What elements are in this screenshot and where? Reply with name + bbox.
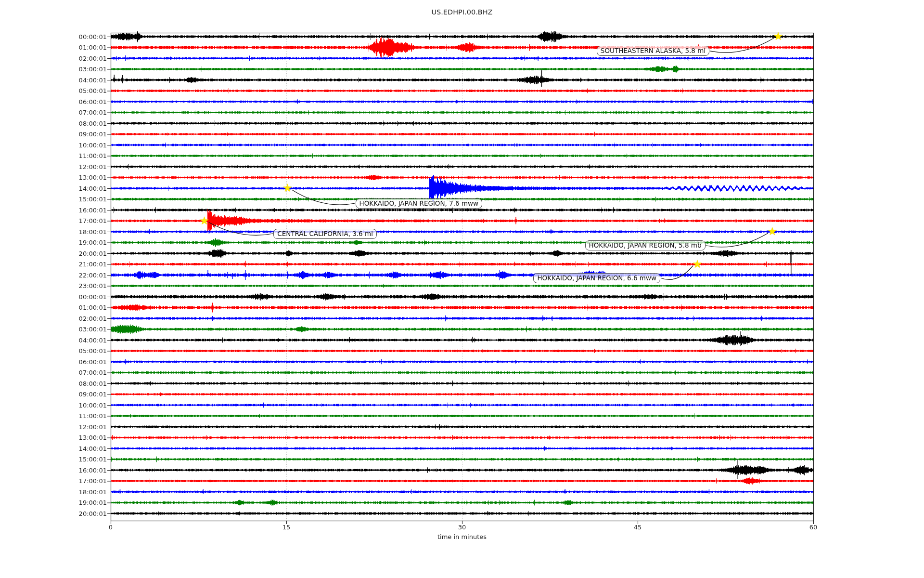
y-tick-label: 17:00:01 (0, 477, 107, 485)
y-tick-label: 06:00:01 (0, 358, 107, 366)
x-tick-label: 60 (799, 524, 828, 531)
x-tick-label: 30 (448, 524, 476, 531)
y-tick-label: 15:00:01 (0, 196, 107, 203)
y-tick-label: 02:00:01 (0, 315, 107, 322)
y-tick-label: 13:00:01 (0, 174, 107, 181)
event-annotation: HOKKAIDO, JAPAN REGION, 7.6 mww (356, 198, 483, 209)
y-tick-label: 11:00:01 (0, 412, 107, 420)
event-star-icon: ★ (282, 183, 293, 194)
y-tick-label: 09:00:01 (0, 391, 107, 398)
event-annotation: CENTRAL CALIFORNIA, 3.6 ml (273, 229, 377, 239)
y-tick-label: 01:00:01 (0, 44, 107, 51)
y-tick-label: 10:00:01 (0, 142, 107, 149)
y-tick-label: 22:00:01 (0, 272, 107, 279)
y-tick-label: 23:00:01 (0, 282, 107, 289)
y-tick-label: 03:00:01 (0, 66, 107, 73)
event-star-icon: ★ (773, 31, 783, 42)
y-tick-label: 07:00:01 (0, 369, 107, 376)
y-tick-label: 16:00:01 (0, 467, 107, 474)
y-tick-label: 21:00:01 (0, 261, 107, 268)
y-tick-label: 14:00:01 (0, 445, 107, 452)
event-star-icon: ★ (199, 215, 209, 226)
y-tick-label: 06:00:01 (0, 98, 107, 105)
plot-area (0, 0, 924, 578)
y-tick-label: 01:00:01 (0, 304, 107, 311)
x-tick-label: 15 (272, 524, 301, 531)
chart-title: US.EDHPI.00.BHZ (0, 8, 924, 16)
y-tick-label: 14:00:01 (0, 185, 107, 192)
event-annotation: SOUTHEASTERN ALASKA, 5.8 ml (597, 46, 709, 56)
y-tick-label: 00:00:01 (0, 33, 107, 40)
y-tick-label: 10:00:01 (0, 402, 107, 409)
y-tick-label: 13:00:01 (0, 434, 107, 441)
x-tick-label: 45 (623, 524, 652, 531)
y-tick-label: 09:00:01 (0, 131, 107, 138)
figure: US.EDHPI.00.BHZ 00:00:0101:00:0102:00:01… (0, 0, 924, 578)
y-tick-label: 05:00:01 (0, 87, 107, 94)
y-tick-label: 18:00:01 (0, 488, 107, 496)
y-tick-label: 20:00:01 (0, 250, 107, 257)
event-star-icon: ★ (768, 226, 778, 237)
x-tick-label: 0 (96, 524, 125, 531)
y-tick-label: 02:00:01 (0, 55, 107, 62)
y-tick-label: 08:00:01 (0, 380, 107, 387)
y-tick-label: 19:00:01 (0, 499, 107, 506)
y-tick-label: 20:00:01 (0, 510, 107, 517)
y-tick-label: 08:00:01 (0, 120, 107, 127)
event-annotation: HOKKAIDO, JAPAN REGION, 6.6 mww (533, 273, 660, 283)
y-tick-label: 19:00:01 (0, 239, 107, 246)
y-tick-label: 07:00:01 (0, 109, 107, 116)
event-annotation: HOKKAIDO, JAPAN REGION, 5.8 mb (585, 240, 706, 250)
event-star-icon: ★ (693, 258, 703, 269)
y-tick-label: 16:00:01 (0, 207, 107, 214)
y-tick-label: 12:00:01 (0, 423, 107, 431)
y-tick-label: 03:00:01 (0, 326, 107, 333)
y-tick-label: 12:00:01 (0, 163, 107, 171)
y-tick-label: 15:00:01 (0, 456, 107, 463)
y-tick-label: 18:00:01 (0, 228, 107, 236)
y-tick-label: 04:00:01 (0, 77, 107, 84)
y-tick-label: 17:00:01 (0, 217, 107, 224)
x-axis-title: time in minutes (0, 533, 924, 540)
y-tick-label: 05:00:01 (0, 347, 107, 355)
y-tick-label: 11:00:01 (0, 152, 107, 159)
y-tick-label: 04:00:01 (0, 337, 107, 344)
y-tick-label: 00:00:01 (0, 293, 107, 301)
